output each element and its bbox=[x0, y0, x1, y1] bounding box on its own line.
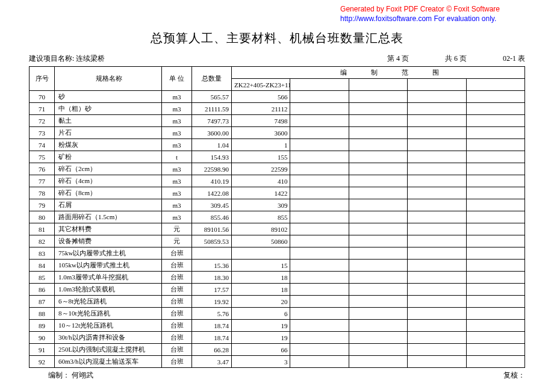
cell-seq: 88 bbox=[30, 308, 55, 320]
cell-unit: m3 bbox=[162, 175, 192, 187]
col-empty-2 bbox=[349, 79, 407, 91]
cell-name: 设备摊销费 bbox=[55, 235, 162, 247]
cell-seq: 81 bbox=[30, 223, 55, 235]
cell-empty bbox=[349, 151, 407, 163]
cell-empty bbox=[349, 272, 407, 284]
table-row: 71中（粗）砂m321111.5921112 bbox=[30, 103, 525, 115]
table-row: 9030t/h以内沥青拌和设备台班18.7419 bbox=[30, 332, 525, 344]
cell-unit: 台班 bbox=[162, 356, 192, 368]
footer-row: 编制： 何翊武 复核： bbox=[0, 368, 554, 381]
cell-empty bbox=[408, 163, 466, 175]
cell-scope: 22599 bbox=[232, 163, 290, 175]
cell-empty bbox=[290, 332, 349, 344]
table-row: 8375kw以内履带式推土机台班 bbox=[30, 247, 525, 260]
cell-name: 105kw以内履带式推土机 bbox=[55, 260, 162, 272]
cell-empty bbox=[349, 247, 407, 260]
cell-empty bbox=[466, 103, 524, 115]
cell-scope: 18 bbox=[232, 284, 290, 296]
cell-seq: 75 bbox=[30, 151, 55, 163]
cell-total: 15.36 bbox=[192, 260, 232, 272]
cell-empty bbox=[290, 175, 349, 187]
cell-scope: 89102 bbox=[232, 223, 290, 235]
cell-empty bbox=[408, 103, 466, 115]
cell-scope: 66 bbox=[232, 344, 290, 356]
cell-unit: m3 bbox=[162, 163, 192, 175]
cell-empty bbox=[408, 356, 466, 368]
cell-total: 3600.00 bbox=[192, 127, 232, 139]
table-row: 84105kw以内履带式推土机台班15.3615 bbox=[30, 260, 525, 272]
cell-seq: 90 bbox=[30, 332, 55, 344]
watermark-line2: http://www.foxitsoftware.com For evaluat… bbox=[340, 14, 500, 24]
table-row: 9260m3/h以内混凝土输送泵车台班3.473 bbox=[30, 356, 525, 368]
cell-empty bbox=[290, 103, 349, 115]
cell-empty bbox=[408, 127, 466, 139]
cell-scope: 19 bbox=[232, 320, 290, 332]
cell-unit: 元 bbox=[162, 235, 192, 247]
compiler-info: 编制： 何翊武 bbox=[48, 370, 93, 381]
cell-empty bbox=[349, 344, 407, 356]
cell-seq: 79 bbox=[30, 199, 55, 211]
cell-unit: m3 bbox=[162, 127, 192, 139]
cell-name: 片石 bbox=[55, 127, 162, 139]
cell-unit: 台班 bbox=[162, 296, 192, 308]
cell-name: 30t/h以内沥青拌和设备 bbox=[55, 332, 162, 344]
scope-char-2: 制 bbox=[371, 68, 378, 77]
cell-empty bbox=[349, 296, 407, 308]
cell-scope: 1 bbox=[232, 139, 290, 151]
cell-total: 18.74 bbox=[192, 332, 232, 344]
cell-name: 1.0m3履带式单斗挖掘机 bbox=[55, 272, 162, 284]
cell-empty bbox=[349, 284, 407, 296]
cell-name: 1.0m3轮胎式装载机 bbox=[55, 284, 162, 296]
table-row: 70砂m3565.57566 bbox=[30, 91, 525, 103]
scope-header-row: 序号 规格名称 单 位 总数量 编 制 范 围 bbox=[30, 67, 525, 79]
col-seq-header: 序号 bbox=[30, 67, 55, 91]
cell-empty bbox=[290, 344, 349, 356]
cell-scope: 3600 bbox=[232, 127, 290, 139]
cell-empty bbox=[466, 308, 524, 320]
cell-name: 10～12t光轮压路机 bbox=[55, 320, 162, 332]
cell-empty bbox=[466, 91, 524, 103]
cell-empty bbox=[290, 296, 349, 308]
cell-seq: 72 bbox=[30, 115, 55, 127]
cell-empty bbox=[466, 356, 524, 368]
cell-empty bbox=[290, 272, 349, 284]
cell-total: 410.19 bbox=[192, 175, 232, 187]
table-row: 79石屑m3309.45309 bbox=[30, 199, 525, 211]
cell-unit: 台班 bbox=[162, 320, 192, 332]
cell-empty bbox=[349, 115, 407, 127]
col-empty-3 bbox=[408, 79, 466, 91]
cell-total: 22598.90 bbox=[192, 163, 232, 175]
cell-empty bbox=[349, 211, 407, 223]
scope-char-3: 范 bbox=[402, 68, 408, 77]
cell-unit: 台班 bbox=[162, 344, 192, 356]
cell-scope: 3 bbox=[232, 356, 290, 368]
cell-unit: 台班 bbox=[162, 308, 192, 320]
cell-empty bbox=[349, 103, 407, 115]
cell-unit: 台班 bbox=[162, 332, 192, 344]
reviewer-label: 复核： bbox=[503, 371, 525, 379]
cell-scope: 19 bbox=[232, 332, 290, 344]
cell-scope: 20 bbox=[232, 296, 290, 308]
cell-scope: 410 bbox=[232, 175, 290, 187]
cell-empty bbox=[290, 163, 349, 175]
cell-total: 1.04 bbox=[192, 139, 232, 151]
cell-name: 其它材料费 bbox=[55, 223, 162, 235]
cell-total: 66.28 bbox=[192, 344, 232, 356]
cell-empty bbox=[408, 308, 466, 320]
cell-scope: 7498 bbox=[232, 115, 290, 127]
cell-empty bbox=[408, 332, 466, 344]
cell-total: 17.57 bbox=[192, 284, 232, 296]
pdf-watermark: Generated by Foxit PDF Creator © Foxit S… bbox=[340, 5, 500, 23]
cell-seq: 86 bbox=[30, 284, 55, 296]
reviewer-info: 复核： bbox=[503, 370, 525, 381]
cell-name: 石屑 bbox=[55, 199, 162, 211]
cell-empty bbox=[466, 115, 524, 127]
cell-empty bbox=[408, 115, 466, 127]
cell-unit: m3 bbox=[162, 211, 192, 223]
cell-total: 18.30 bbox=[192, 272, 232, 284]
cell-empty bbox=[290, 91, 349, 103]
cell-empty bbox=[349, 223, 407, 235]
cell-name: 75kw以内履带式推土机 bbox=[55, 247, 162, 260]
cell-scope: 15 bbox=[232, 260, 290, 272]
cell-empty bbox=[466, 151, 524, 163]
